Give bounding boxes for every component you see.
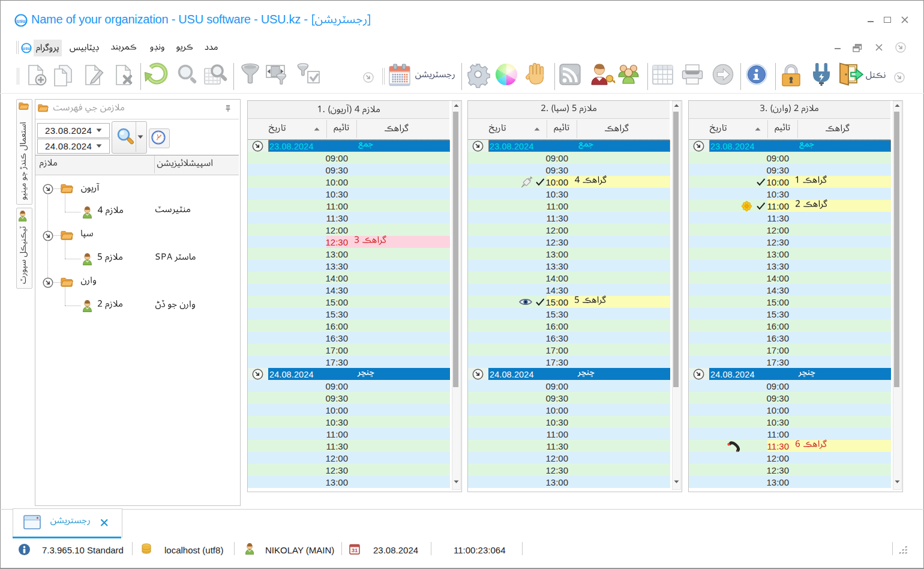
svg-text:usu: usu [22,46,31,51]
svg-text:usu: usu [16,18,25,24]
svg-text:31: 31 [352,547,358,553]
